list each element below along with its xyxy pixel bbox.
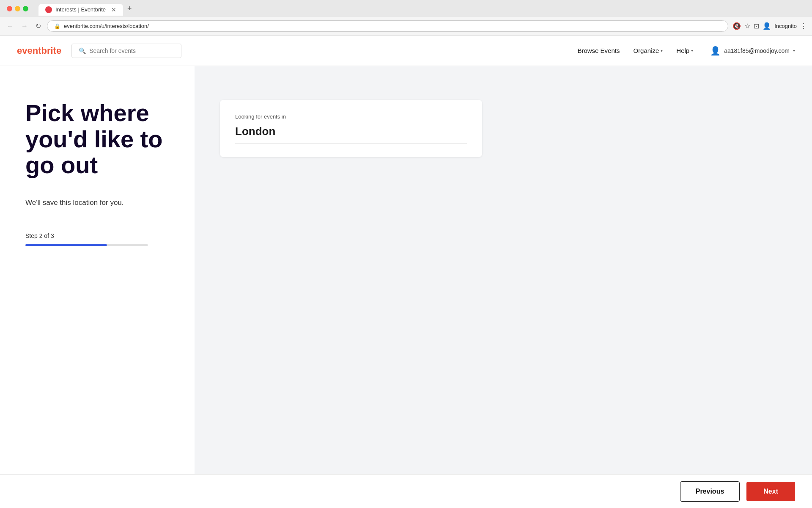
eventbrite-logo[interactable]: eventbrite (17, 45, 61, 56)
help-chevron-icon: ▾ (691, 48, 693, 53)
browser-toolbar: ← → ↻ 🔒 eventbrite.com/u/interests/locat… (0, 17, 812, 36)
bookmark-icon[interactable]: ☆ (744, 22, 750, 30)
menu-icon[interactable]: ⋮ (800, 22, 807, 30)
browser-tab-active[interactable]: Interests | Eventbrite ✕ (38, 4, 123, 16)
nav-help[interactable]: Help ▾ (676, 47, 693, 54)
toolbar-actions: 🔇 ☆ ⊡ 👤 Incognito ⋮ (732, 22, 807, 30)
incognito-label: Incognito (774, 23, 797, 29)
previous-button[interactable]: Previous (680, 481, 740, 502)
forward-button[interactable]: → (19, 21, 30, 32)
tab-favicon (45, 6, 52, 13)
cast-icon[interactable]: 🔇 (732, 22, 741, 30)
main-content: Pick where you'd like to go out We'll sa… (0, 66, 812, 474)
user-chevron-icon: ▾ (793, 48, 795, 53)
tab-close-button[interactable]: ✕ (111, 6, 116, 13)
browser-tabs: Interests | Eventbrite ✕ + (38, 2, 136, 16)
incognito-icon: 👤 (763, 22, 771, 30)
back-button[interactable]: ← (5, 21, 15, 32)
left-panel: Pick where you'd like to go out We'll sa… (0, 66, 195, 474)
dot-red[interactable] (7, 6, 12, 11)
header-nav: Browse Events Organize ▾ Help ▾ 👤 aa181f… (577, 46, 795, 56)
user-menu[interactable]: 👤 aa181f85@moodjoy.com ▾ (710, 46, 795, 56)
browser-titlebar: Interests | Eventbrite ✕ + (0, 0, 812, 17)
dot-green[interactable] (23, 6, 28, 11)
step-info: Step 2 of 3 (25, 232, 169, 239)
browser-dots (7, 6, 28, 11)
progress-bar-fill (25, 244, 107, 246)
user-avatar-icon: 👤 (710, 46, 721, 56)
address-bar[interactable]: 🔒 eventbrite.com/u/interests/location/ (47, 20, 728, 32)
user-email: aa181f85@moodjoy.com (724, 47, 790, 54)
tab-new-button[interactable]: + (123, 2, 136, 16)
address-text: eventbrite.com/u/interests/location/ (64, 23, 149, 29)
extensions-icon[interactable]: ⊡ (754, 22, 759, 30)
location-card: Looking for events in (220, 100, 482, 157)
next-button[interactable]: Next (746, 482, 795, 501)
right-panel: Looking for events in (195, 66, 812, 474)
site-header: eventbrite 🔍 Browse Events Organize ▾ He… (0, 36, 812, 66)
nav-organize[interactable]: Organize ▾ (633, 47, 663, 54)
location-input[interactable] (235, 125, 467, 144)
progress-bar (25, 244, 148, 246)
refresh-button[interactable]: ↻ (34, 20, 43, 32)
location-label: Looking for events in (235, 113, 467, 120)
eventbrite-site: eventbrite 🔍 Browse Events Organize ▾ He… (0, 36, 812, 501)
search-bar[interactable]: 🔍 (71, 44, 181, 58)
organize-chevron-icon: ▾ (661, 48, 663, 53)
footer-bar: Previous Next (0, 474, 812, 508)
tab-title: Interests | Eventbrite (55, 6, 106, 13)
lock-icon: 🔒 (54, 23, 60, 29)
search-icon: 🔍 (79, 47, 86, 54)
dot-yellow[interactable] (15, 6, 20, 11)
nav-browse-events[interactable]: Browse Events (577, 47, 620, 54)
search-input[interactable] (89, 47, 174, 54)
logo-text: eventbrite (17, 45, 61, 56)
subtitle: We'll save this location for you. (25, 199, 169, 207)
browser-chrome: Interests | Eventbrite ✕ + ← → ↻ 🔒 event… (0, 0, 812, 36)
page-title: Pick where you'd like to go out (25, 100, 169, 178)
